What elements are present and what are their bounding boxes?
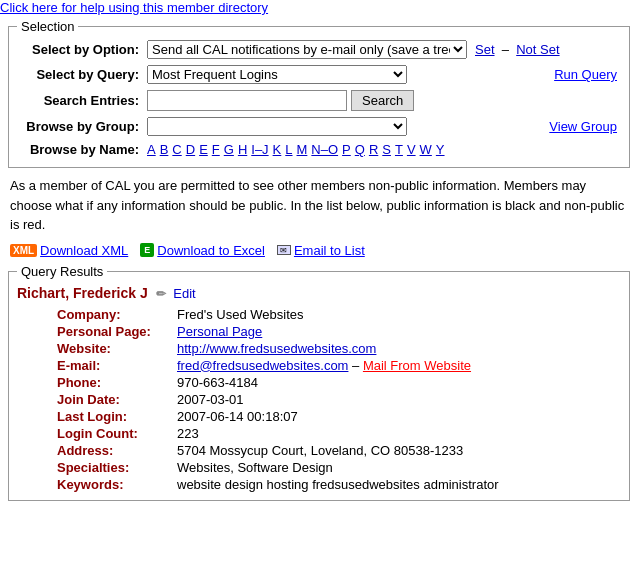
field-row: Join Date:2007-03-01 <box>57 392 621 407</box>
email-list-item: ✉ Email to List <box>277 243 365 258</box>
field-label: Personal Page: <box>57 324 177 339</box>
email-icon: ✉ <box>277 245 291 255</box>
search-input[interactable] <box>147 90 347 111</box>
field-row: Website:http://www.fredsusedwebsites.com <box>57 341 621 356</box>
field-label: E-mail: <box>57 358 177 373</box>
not-set-link[interactable]: Not Set <box>516 42 559 57</box>
field-label: Keywords: <box>57 477 177 492</box>
alpha-link[interactable]: B <box>160 142 169 157</box>
alpha-link[interactable]: L <box>285 142 292 157</box>
view-group-area: View Group <box>549 119 621 134</box>
field-link[interactable]: http://www.fredsusedwebsites.com <box>177 341 376 356</box>
excel-icon: E <box>140 243 154 257</box>
field-value: fred@fredsusedwebsites.com – Mail From W… <box>177 358 471 373</box>
alpha-links: A B C D E F G H I–J K L M N–O P Q R S T … <box>147 142 445 157</box>
view-group-link[interactable]: View Group <box>549 119 617 134</box>
field-label: Address: <box>57 443 177 458</box>
browse-by-name-label: Browse by Name: <box>17 142 147 157</box>
select-by-option-dropdown[interactable]: Send all CAL notifications by e-mail onl… <box>147 40 467 59</box>
alpha-link[interactable]: M <box>297 142 308 157</box>
field-label: Login Count: <box>57 426 177 441</box>
field-row: Specialties:Websites, Software Design <box>57 460 621 475</box>
alpha-link[interactable]: N–O <box>311 142 338 157</box>
mail-from-website-link[interactable]: Mail From Website <box>363 358 471 373</box>
query-results-fieldset: Query Results Richart, Frederick J ✏ Edi… <box>8 264 630 501</box>
alpha-link[interactable]: F <box>212 142 220 157</box>
field-value: Websites, Software Design <box>177 460 333 475</box>
field-value: 970-663-4184 <box>177 375 258 390</box>
field-label: Last Login: <box>57 409 177 424</box>
field-row: Login Count:223 <box>57 426 621 441</box>
alpha-link[interactable]: G <box>224 142 234 157</box>
help-link[interactable]: Click here for help using this member di… <box>0 0 638 15</box>
browse-by-group-dropdown[interactable] <box>147 117 407 136</box>
set-link[interactable]: Set <box>475 42 495 57</box>
alpha-link[interactable]: Y <box>436 142 445 157</box>
run-query-link[interactable]: Run Query <box>554 67 617 82</box>
set-links: Set – Not Set <box>475 42 560 57</box>
field-row: Personal Page:Personal Page <box>57 324 621 339</box>
browse-by-name-row: Browse by Name: A B C D E F G H I–J K L … <box>17 142 621 157</box>
field-value: 5704 Mossycup Court, Loveland, CO 80538-… <box>177 443 463 458</box>
field-label: Specialties: <box>57 460 177 475</box>
download-excel-link[interactable]: Download to Excel <box>157 243 265 258</box>
alpha-link[interactable]: K <box>273 142 282 157</box>
alpha-link[interactable]: P <box>342 142 351 157</box>
member-fields: Company:Fred's Used WebsitesPersonal Pag… <box>57 307 621 492</box>
email-list-link[interactable]: Email to List <box>294 243 365 258</box>
field-value: Fred's Used Websites <box>177 307 304 322</box>
browse-by-group-row: Browse by Group: View Group <box>17 117 621 136</box>
help-link-text[interactable]: Click here for help using this member di… <box>0 0 268 15</box>
field-row: Keywords:website design hosting fredsuse… <box>57 477 621 492</box>
xml-icon: XML <box>10 244 37 257</box>
pencil-icon: ✏ <box>156 287 166 301</box>
edit-link[interactable]: Edit <box>173 286 195 301</box>
browse-by-group-area: View Group <box>147 117 621 136</box>
alpha-link[interactable]: S <box>382 142 391 157</box>
alpha-link[interactable]: T <box>395 142 403 157</box>
field-value: Personal Page <box>177 324 262 339</box>
search-entries-row: Search Entries: Search <box>17 90 621 111</box>
field-row: Address:5704 Mossycup Court, Loveland, C… <box>57 443 621 458</box>
member-name-header: Richart, Frederick J ✏ Edit <box>17 285 621 301</box>
download-xml-link[interactable]: Download XML <box>40 243 128 258</box>
email-separator: – <box>348 358 362 373</box>
alpha-link[interactable]: D <box>186 142 195 157</box>
alpha-link[interactable]: H <box>238 142 247 157</box>
alpha-link[interactable]: W <box>420 142 432 157</box>
info-text-1: As a member of CAL you are permitted to … <box>10 178 500 193</box>
action-bar: XML Download XML E Download to Excel ✉ E… <box>10 243 628 258</box>
alpha-link[interactable]: Q <box>355 142 365 157</box>
select-by-option-label: Select by Option: <box>17 42 147 57</box>
select-by-query-dropdown[interactable]: Most Frequent Logins <box>147 65 407 84</box>
email-link[interactable]: fred@fredsusedwebsites.com <box>177 358 348 373</box>
field-row: Company:Fred's Used Websites <box>57 307 621 322</box>
select-by-query-area: Most Frequent Logins Run Query <box>147 65 621 84</box>
alpha-link[interactable]: V <box>407 142 416 157</box>
alpha-link[interactable]: R <box>369 142 378 157</box>
query-results-legend: Query Results <box>17 264 107 279</box>
member-name-text: Richart, Frederick J <box>17 285 148 301</box>
run-query-area: Run Query <box>554 67 621 82</box>
field-label: Join Date: <box>57 392 177 407</box>
field-label: Phone: <box>57 375 177 390</box>
alpha-link[interactable]: C <box>172 142 181 157</box>
field-link[interactable]: Personal Page <box>177 324 262 339</box>
field-value: http://www.fredsusedwebsites.com <box>177 341 376 356</box>
field-row: E-mail:fred@fredsusedwebsites.com – Mail… <box>57 358 621 373</box>
alpha-link[interactable]: I–J <box>251 142 268 157</box>
selection-legend: Selection <box>17 19 78 34</box>
alpha-link[interactable]: E <box>199 142 208 157</box>
selection-fieldset: Selection Select by Option: Send all CAL… <box>8 19 630 168</box>
search-entries-label: Search Entries: <box>17 93 147 108</box>
download-excel-item: E Download to Excel <box>140 243 265 258</box>
search-entries-area: Search <box>147 90 621 111</box>
browse-by-group-label: Browse by Group: <box>17 119 147 134</box>
select-by-query-row: Select by Query: Most Frequent Logins Ru… <box>17 65 621 84</box>
search-button[interactable]: Search <box>351 90 414 111</box>
alpha-link[interactable]: A <box>147 142 156 157</box>
field-value: 223 <box>177 426 199 441</box>
select-by-option-row: Select by Option: Send all CAL notificat… <box>17 40 621 59</box>
select-by-query-label: Select by Query: <box>17 67 147 82</box>
info-text: As a member of CAL you are permitted to … <box>10 176 628 235</box>
